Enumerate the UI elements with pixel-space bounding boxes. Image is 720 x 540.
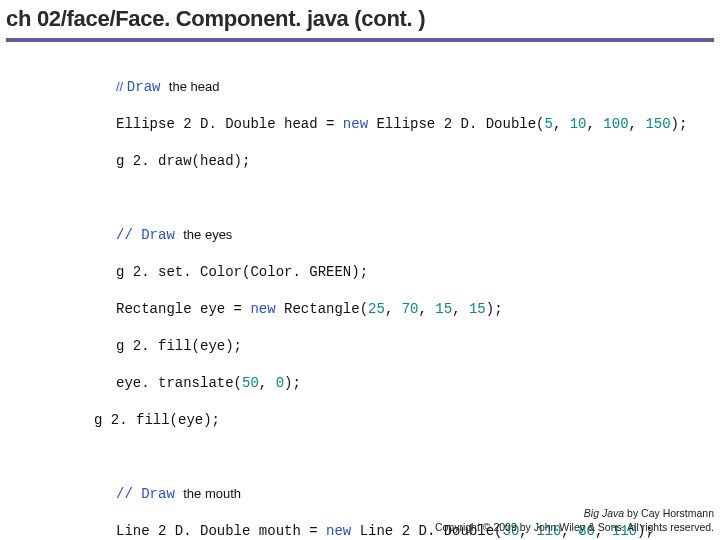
slide: ch 02/face/Face. Component. java (cont. … <box>0 0 720 540</box>
code-line: eye. translate(50, 0); <box>116 375 301 391</box>
footer: Big Java by Cay Horstmann Copyright © 20… <box>435 506 714 534</box>
code-comment: // Draw the mouth <box>116 486 241 502</box>
footer-line-2: Copyright © 2009 by John Wiley & Sons. A… <box>435 520 714 534</box>
footer-line-1: Big Java by Cay Horstmann <box>435 506 714 520</box>
code-line: Ellipse 2 D. Double head = new Ellipse 2… <box>116 116 687 132</box>
code-line: g 2. set. Color(Color. GREEN); <box>116 264 368 280</box>
code-line: g 2. fill(eye); <box>94 412 220 428</box>
code-line: g 2. draw(head); <box>116 153 250 169</box>
title-wrap: ch 02/face/Face. Component. java (cont. … <box>0 0 720 42</box>
code-comment: // Draw the eyes <box>116 227 232 243</box>
code-line: Rectangle eye = new Rectangle(25, 70, 15… <box>116 301 503 317</box>
code-comment: // // Draw the headDraw the head <box>116 79 219 95</box>
slide-title: ch 02/face/Face. Component. java (cont. … <box>6 6 714 32</box>
code-line: g 2. fill(eye); <box>116 338 242 354</box>
code-block: // // Draw the headDraw the head Ellipse… <box>0 42 720 540</box>
